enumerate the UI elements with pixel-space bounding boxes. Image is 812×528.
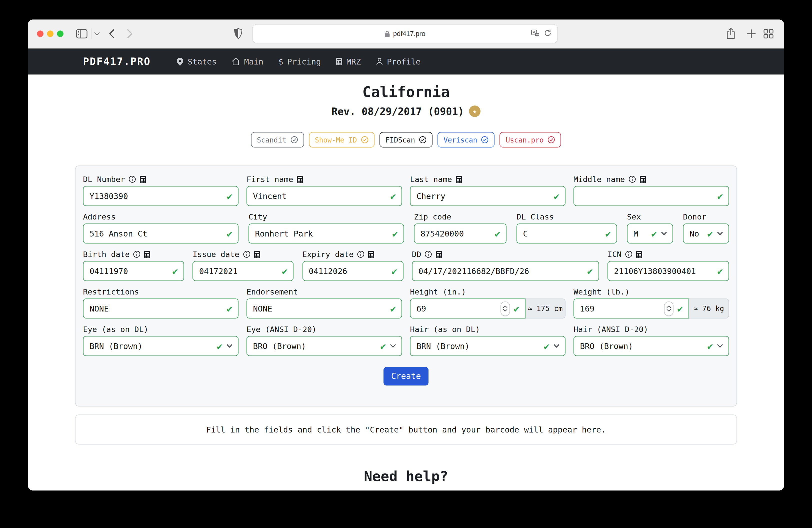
create-button[interactable]: Create (383, 367, 428, 385)
check-circle-icon (481, 136, 489, 144)
dollar-icon: $ (278, 57, 283, 66)
calculator-icon[interactable] (436, 250, 442, 258)
input-value: 516 Anson Ct (89, 229, 225, 238)
tab-overview-icon[interactable] (764, 29, 773, 39)
field-label: DD (412, 249, 599, 259)
check-circle-icon (361, 136, 368, 144)
scanner-badge-label: Uscan.pro (506, 136, 544, 144)
close-button[interactable] (37, 30, 44, 37)
valid-check-icon: ✔ (717, 191, 723, 201)
calculator-icon[interactable] (297, 175, 303, 183)
scanner-badge-show-me-id[interactable]: Show-Me ID (309, 132, 375, 147)
info-icon[interactable] (243, 250, 250, 258)
info-icon[interactable] (425, 250, 432, 258)
field-eye-ansi: Eye (ANSI D-20)BRO (Brown)✔ (246, 324, 402, 356)
first-name-input[interactable]: Vincent✔ (246, 186, 402, 206)
last-name-input[interactable]: Cherry✔ (410, 186, 566, 206)
calculator-icon (336, 58, 343, 65)
calculator-icon[interactable] (368, 250, 375, 258)
share-icon[interactable] (726, 28, 736, 40)
city-input[interactable]: Ronhert Park✔ (248, 223, 404, 244)
calculator-icon[interactable] (254, 250, 260, 258)
dl-number-input[interactable]: Y1380390✔ (83, 186, 238, 206)
height-input[interactable]: 69✔ (410, 298, 525, 319)
weight-input[interactable]: 169✔ (574, 298, 689, 319)
calculator-icon[interactable] (140, 175, 146, 183)
nav-item-main[interactable]: Main (232, 57, 263, 66)
valid-check-icon: ✔ (282, 266, 288, 276)
reload-icon[interactable] (544, 29, 551, 37)
dd-input[interactable]: 04/17/202116682/BBFD/26✔ (412, 261, 599, 281)
nav-item-mrz[interactable]: MRZ (336, 57, 361, 66)
field-label: Birth date (83, 249, 184, 259)
form-row: DL NumberY1380390✔First nameVincent✔Last… (83, 175, 729, 206)
calculator-icon[interactable] (639, 175, 646, 183)
info-icon[interactable] (133, 250, 141, 258)
zoom-button[interactable] (57, 30, 63, 37)
sex-input[interactable]: M✔ (627, 223, 673, 244)
field-label: Endorsement (246, 287, 402, 296)
tab-group-chevron-icon[interactable] (94, 32, 100, 36)
page-content: California Rev. 08/29/2017 (0901) ★ Scan… (28, 74, 784, 490)
site-logo[interactable]: PDF417.PRO (83, 56, 151, 68)
nav-item-states[interactable]: States (177, 57, 217, 66)
nav-item-label: Profile (387, 57, 420, 66)
hair-ansi-input[interactable]: BRO (Brown)✔ (574, 336, 729, 356)
info-icon[interactable] (357, 250, 364, 258)
input-value: 04172021 (199, 266, 280, 276)
field-label: Zip code (414, 212, 507, 221)
calculator-icon[interactable] (636, 250, 642, 258)
valid-check-icon: ✔ (392, 266, 397, 276)
chevron-down-icon (227, 344, 232, 348)
field-label: Middle name (574, 175, 729, 184)
valid-check-icon: ✔ (717, 266, 723, 276)
zip-input[interactable]: 875420000✔ (414, 223, 507, 244)
endorsement-input[interactable]: NONE✔ (246, 298, 402, 319)
info-icon[interactable] (628, 176, 636, 183)
new-tab-icon[interactable] (746, 29, 756, 39)
scanner-badge-uscan-pro[interactable]: Uscan.pro (500, 132, 561, 147)
form-row: Eye (as on DL)BRN (Brown)✔Eye (ANSI D-20… (83, 324, 729, 356)
nav-item-pricing[interactable]: $Pricing (278, 57, 321, 66)
field-label: First name (246, 175, 402, 184)
number-stepper[interactable] (500, 301, 510, 316)
translate-icon[interactable]: A (531, 29, 539, 37)
info-icon[interactable] (129, 176, 136, 183)
restrictions-input[interactable]: NONE✔ (83, 298, 238, 319)
sidebar-toggle-icon[interactable] (76, 29, 87, 39)
eye-ansi-input[interactable]: BRO (Brown)✔ (246, 336, 402, 356)
back-button[interactable] (109, 29, 115, 39)
check-circle-icon (290, 136, 298, 144)
scanner-badge-fidscan[interactable]: FIDScan (379, 132, 433, 147)
field-endorsement: EndorsementNONE✔ (246, 287, 402, 319)
field-birth-date: Birth date04111970✔ (83, 249, 184, 281)
scanner-badge-scandit[interactable]: Scandit (251, 132, 304, 147)
eye-dl-input[interactable]: BRN (Brown)✔ (83, 336, 238, 356)
icn-input[interactable]: 21106Y13803900401✔ (608, 261, 729, 281)
expiry-date-input[interactable]: 04112026✔ (302, 261, 403, 281)
address-bar[interactable]: pdf417.pro A (252, 25, 557, 43)
number-stepper[interactable] (664, 301, 673, 316)
dl-class-input[interactable]: C✔ (517, 223, 617, 244)
input-value: M (634, 229, 649, 238)
nav-item-profile[interactable]: Profile (376, 57, 420, 66)
hair-dl-input[interactable]: BRN (Brown)✔ (410, 336, 566, 356)
calculator-icon[interactable] (144, 250, 151, 258)
privacy-shield-icon[interactable] (234, 28, 243, 39)
calculator-icon[interactable] (455, 175, 462, 183)
valid-check-icon: ✔ (392, 229, 398, 238)
middle-name-input[interactable]: ✔ (574, 186, 729, 206)
field-label: Donor (683, 212, 729, 221)
address-input[interactable]: 516 Anson Ct✔ (83, 223, 238, 244)
info-icon[interactable] (625, 250, 633, 258)
desktop-background: pdf417.pro A P (0, 0, 812, 528)
issue-date-input[interactable]: 04172021✔ (193, 261, 294, 281)
nav-item-label: Pricing (287, 57, 321, 66)
field-address: Address516 Anson Ct✔ (83, 212, 238, 244)
donor-input[interactable]: No✔ (683, 223, 729, 244)
forward-button[interactable] (127, 29, 132, 39)
unit-conversion-addon: ≈ 175 cm (525, 298, 566, 319)
birth-date-input[interactable]: 04111970✔ (83, 261, 184, 281)
minimize-button[interactable] (47, 30, 54, 37)
scanner-badge-veriscan[interactable]: Veriscan (437, 132, 495, 147)
